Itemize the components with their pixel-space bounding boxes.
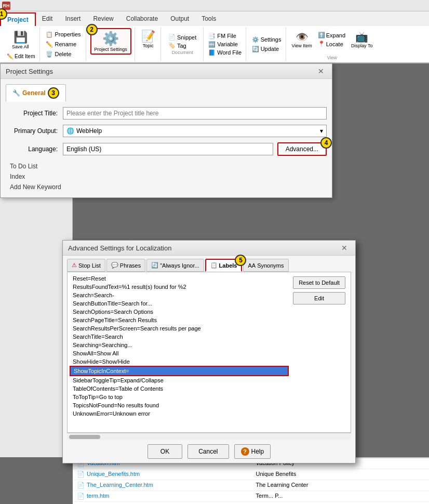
advanced-button-wrapper: Advanced... 4: [277, 142, 327, 156]
advanced-settings-title: Advanced Settings for Localization: [68, 244, 171, 252]
project-settings-close-button[interactable]: ✕: [315, 67, 327, 76]
index-item[interactable]: Index: [6, 171, 327, 182]
dialog-footer: OK Cancel ? Help: [63, 440, 355, 463]
list-item-search-options[interactable]: SearchOptions=Search Options: [70, 308, 289, 316]
snippet-button[interactable]: 📄 Snippet: [167, 33, 198, 41]
tab-edit[interactable]: Edit: [36, 12, 59, 26]
callout-4: 4: [320, 137, 332, 149]
language-input[interactable]: [63, 143, 273, 155]
ribbon: RH Project 1 Edit Insert Review Collabor…: [0, 0, 429, 63]
adv-action-buttons: Reset to Default Edit: [290, 274, 348, 430]
list-item-search[interactable]: Search=Search-: [70, 291, 289, 299]
tag-button[interactable]: 🏷️ Tag: [167, 42, 198, 49]
topic-label: Topic: [143, 43, 154, 48]
settings-button[interactable]: ⚙️ Settings: [250, 35, 283, 44]
word-file-button[interactable]: 📘 Word File: [207, 49, 243, 57]
file-desc-4: Term... P...: [256, 493, 425, 500]
dropdown-chevron-icon: ▾: [320, 127, 323, 135]
save-all-label: Save All: [12, 44, 29, 49]
advanced-button[interactable]: Advanced...: [277, 142, 327, 156]
ok-button[interactable]: OK: [148, 444, 182, 459]
ribbon-group-project-settings: ⚙️ Project Settings 2: [87, 27, 135, 61]
form-language: Language: Advanced... 4: [6, 142, 327, 156]
variable-button[interactable]: 🔤 Variable: [207, 41, 243, 48]
help-icon: ?: [241, 447, 249, 456]
tab-stop-list[interactable]: ⚠ Stop List: [67, 259, 105, 272]
tab-tools[interactable]: Tools: [195, 12, 222, 26]
primary-output-label: Primary Output:: [6, 127, 63, 135]
file-row-4[interactable]: 📄 term.htm Term... P...: [73, 491, 429, 502]
file-name-3: The_Learning_Center.htm: [87, 482, 256, 489]
view-item-label: View Item: [291, 43, 312, 48]
topic-button[interactable]: 📝 Topic: [139, 28, 157, 50]
tab-output[interactable]: Output: [164, 12, 195, 26]
list-item-unknown-error[interactable]: UnknownError=Unknown error: [70, 409, 289, 418]
file-row-3[interactable]: 📄 The_Learning_Center.htm The Learning C…: [73, 480, 429, 491]
tab-collaborate[interactable]: Collaborate: [120, 12, 164, 26]
list-item-show-all[interactable]: ShowAll=Show All: [70, 349, 289, 357]
primary-output-value: WebHelp: [76, 127, 320, 135]
file-desc-3: The Learning Center: [256, 482, 425, 489]
list-item-search-page-title[interactable]: SearchPageTitle=Search Results: [70, 316, 289, 324]
list-item-reset[interactable]: Reset=Reset: [70, 274, 289, 283]
edit-button[interactable]: Edit: [293, 292, 345, 304]
tab-always-ignore[interactable]: 🔄 "Always Ignor...: [146, 259, 204, 272]
project-settings-label: Project Settings: [95, 47, 127, 52]
project-settings-dialog: Project Settings ✕ 🔧 General 3 Project T…: [0, 63, 332, 198]
project-title-input[interactable]: [63, 107, 327, 120]
help-button[interactable]: ? Help: [234, 444, 271, 459]
rename-button[interactable]: ✏️ Rename: [44, 40, 82, 49]
save-all-button[interactable]: 💾 Save All: [10, 29, 31, 51]
view-item-button[interactable]: 👁️ View Item: [289, 29, 314, 50]
locate-button[interactable]: 📍 Locate: [316, 40, 347, 48]
list-item-show-topic-in-context[interactable]: ShowTopicInContext=: [70, 366, 289, 376]
project-settings-button[interactable]: ⚙️ Project Settings 2: [90, 28, 131, 55]
delete-button[interactable]: 🗑️ Delete: [44, 50, 82, 59]
file-desc-2: Unique Benefits: [256, 471, 425, 478]
add-new-keyword-item[interactable]: Add New Keyword: [6, 182, 327, 192]
tab-synonyms[interactable]: AA Synonyms: [243, 259, 288, 272]
edit-item-button[interactable]: ✏️ Edit Item: [5, 52, 36, 60]
list-item-table-of-contents[interactable]: TableOfContents=Table of Contents: [70, 384, 289, 393]
project-title-label: Project Title:: [6, 110, 63, 117]
file-list-area: 📄 Vacation.htm Vacation Policy 📄 Unique_…: [73, 457, 429, 504]
file-row-2[interactable]: 📄 Unique_Benefits.htm Unique Benefits: [73, 469, 429, 480]
ribbon-group-topic: 📝 Topic: [136, 27, 161, 61]
fm-file-button[interactable]: 📑 FM File: [207, 32, 243, 40]
list-item-search-results-per-screen[interactable]: SearchResultsPerScreen=Search results pe…: [70, 324, 289, 333]
list-item-to-top-tip[interactable]: ToTopTip=Go to top: [70, 393, 289, 401]
to-do-list-item[interactable]: To Do List: [6, 161, 327, 171]
list-item-searching[interactable]: Searching=Searching...: [70, 341, 289, 349]
callout-2: 2: [86, 24, 98, 35]
project-settings-title: Project Settings: [6, 68, 53, 75]
project-settings-titlebar: Project Settings ✕: [1, 64, 332, 79]
list-item-search-title[interactable]: SearchTitle=Search: [70, 333, 289, 341]
tab-general[interactable]: 🔧 General 3: [6, 84, 66, 102]
display-to-button[interactable]: 📺 Display To: [349, 29, 374, 50]
list-item-search-btn-title[interactable]: SearchButtonTitle=Search for...: [70, 299, 289, 308]
update-button[interactable]: 🔄 Update: [250, 45, 283, 54]
ribbon-group-save: 💾 Save All ✏️ Edit Item: [1, 27, 40, 61]
document-label: Document: [167, 50, 198, 55]
expand-button[interactable]: ⬆️ Expand: [316, 31, 347, 39]
file-name-4: term.htm: [87, 493, 256, 500]
ribbon-group-view: 👁️ View Item ⬆️ Expand 📍 Locate: [287, 27, 377, 61]
list-item-topics-not-found[interactable]: TopicsNotFound=No results found: [70, 401, 289, 409]
list-item-results-found[interactable]: ResultsFoundText=%1 result(s) found for …: [70, 283, 289, 291]
tab-phrases[interactable]: 💬 Phrases: [106, 259, 145, 272]
horizontal-scrollbar[interactable]: [67, 433, 351, 440]
tab-project[interactable]: Project 1: [0, 12, 36, 26]
cancel-button[interactable]: Cancel: [187, 444, 229, 459]
primary-output-select[interactable]: 🌐 WebHelp ▾: [63, 125, 327, 137]
tab-insert[interactable]: Insert: [59, 12, 87, 26]
reset-to-default-button[interactable]: Reset to Default: [293, 276, 345, 289]
advanced-settings-close-button[interactable]: ✕: [339, 243, 350, 253]
list-item-show-hide[interactable]: ShowHide=Show/Hide: [70, 357, 289, 366]
main-area: 📁 Project Mana... Outputs(SSL) 🌐 Respons…: [0, 63, 429, 504]
list-item-sidebar-toggle[interactable]: SidebarToggleTip=Expand/Collapse: [70, 376, 289, 384]
form-project-title: Project Title:: [6, 107, 327, 120]
tab-labels[interactable]: 📋 Labels 5: [205, 259, 243, 272]
language-label: Language:: [6, 145, 63, 153]
properties-button[interactable]: 📋 Properties: [44, 30, 82, 39]
ribbon-group-properties: 📋 Properties ✏️ Rename 🗑️ Delete: [41, 27, 86, 61]
